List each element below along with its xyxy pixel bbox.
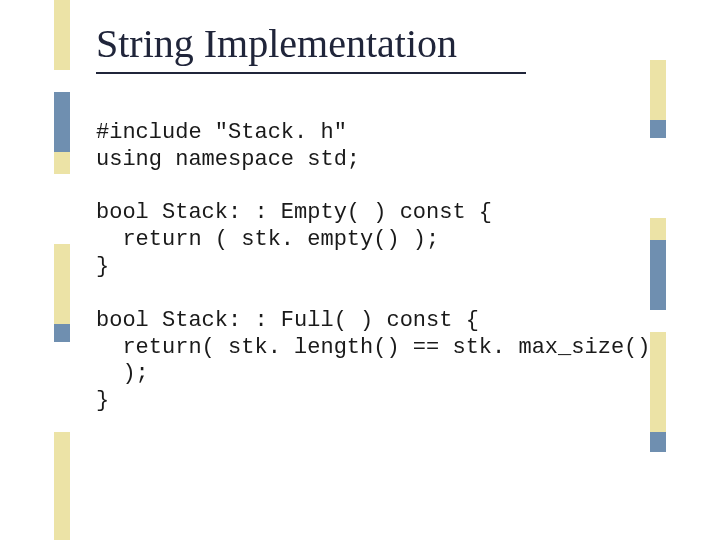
decor-bar: [650, 0, 666, 60]
code-line: }: [96, 254, 109, 279]
decor-bar: [54, 92, 70, 152]
decor-bar: [54, 432, 70, 540]
decor-bar: [650, 332, 666, 432]
decor-bar: [54, 244, 70, 324]
code-line: return ( stk. empty() );: [96, 227, 439, 252]
decor-bar: [650, 138, 666, 218]
decor-bar: [54, 70, 70, 92]
code-line: return( stk. length() == stk. max_size(): [96, 335, 651, 360]
decor-bars-right: [650, 0, 666, 540]
title-underline: [96, 72, 526, 74]
decor-bar: [650, 60, 666, 120]
decor-bar: [54, 152, 70, 174]
decor-bar: [650, 240, 666, 310]
code-line: }: [96, 388, 109, 413]
decor-bar: [650, 432, 666, 452]
decor-bars-left: [54, 0, 70, 540]
decor-bar: [54, 324, 70, 342]
code-line: #include "Stack. h": [96, 120, 347, 145]
decor-bar: [54, 174, 70, 244]
code-line: );: [96, 361, 149, 386]
code-line: bool Stack: : Full( ) const {: [96, 308, 479, 333]
decor-bar: [54, 0, 70, 70]
decor-bar: [650, 120, 666, 138]
slide-title: String Implementation: [96, 20, 457, 67]
code-line: using namespace std;: [96, 147, 360, 172]
decor-bar: [650, 452, 666, 540]
code-block: #include "Stack. h" using namespace std;…: [96, 120, 640, 415]
decor-bar: [54, 342, 70, 432]
slide: String Implementation #include "Stack. h…: [0, 0, 720, 540]
code-line: bool Stack: : Empty( ) const {: [96, 200, 492, 225]
decor-bar: [650, 218, 666, 240]
decor-bar: [650, 310, 666, 332]
